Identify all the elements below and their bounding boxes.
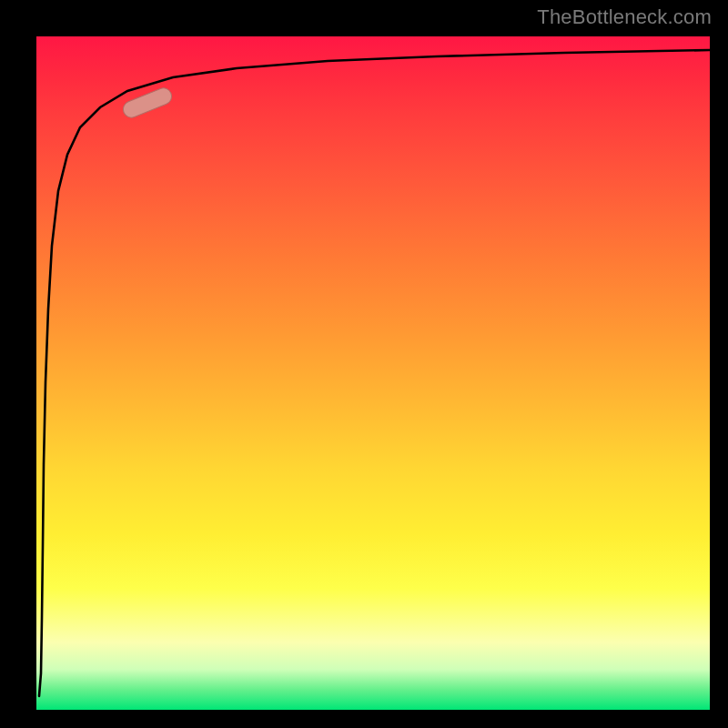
chart-stage: TheBottleneck.com [0,0,728,728]
watermark-text: TheBottleneck.com [537,5,712,29]
plot-gradient-area [36,36,710,710]
